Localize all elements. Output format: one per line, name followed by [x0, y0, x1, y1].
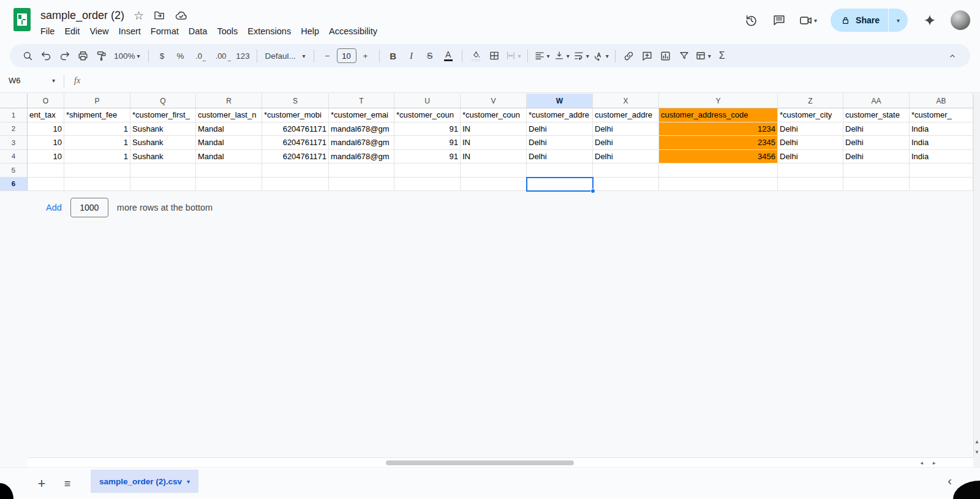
cell-Y6[interactable] [659, 178, 778, 192]
row-header-4[interactable]: 4 [0, 150, 28, 164]
decrease-decimal-button[interactable]: .0← [190, 47, 208, 64]
cell-T5[interactable] [329, 163, 394, 178]
column-header-Z[interactable]: Z [778, 94, 843, 108]
cell-U5[interactable] [394, 163, 461, 178]
cell-Q5[interactable] [130, 163, 196, 178]
cell-W6[interactable] [527, 178, 593, 192]
scroll-up-button[interactable]: ▲ [974, 439, 979, 445]
column-header-Y[interactable]: Y [659, 94, 778, 108]
star-icon[interactable]: ☆ [134, 10, 144, 21]
cell-AB2[interactable]: India [910, 122, 973, 137]
strikethrough-button[interactable]: S [421, 47, 439, 64]
column-header-T[interactable]: T [329, 94, 394, 108]
cell-Z3[interactable]: Delhi [778, 136, 843, 150]
insert-link-button[interactable] [620, 47, 638, 64]
zoom-select[interactable]: 100% ▾ [110, 47, 144, 64]
cell-AA4[interactable]: Delhi [843, 150, 910, 164]
cell-Y1[interactable]: customer_address_code [659, 108, 778, 122]
merge-cells-button[interactable]: ▾ [503, 47, 523, 64]
font-size-input[interactable]: 10 [337, 48, 356, 63]
cell-T3[interactable]: mandal678@gm [329, 136, 394, 150]
cell-P3[interactable]: 1 [64, 136, 130, 150]
cell-R3[interactable]: Mandal [196, 136, 262, 150]
version-history-button[interactable] [739, 8, 763, 32]
cell-Q6[interactable] [130, 178, 196, 192]
increase-font-size-button[interactable]: + [356, 47, 375, 64]
menu-view[interactable]: View [85, 25, 113, 37]
cell-O3[interactable]: 10 [28, 136, 64, 150]
cell-O2[interactable]: 10 [28, 122, 64, 137]
cell-S1[interactable]: *customer_mobi [262, 108, 329, 122]
column-header-O[interactable]: O [28, 94, 64, 108]
column-header-AB[interactable]: AB [910, 94, 973, 108]
column-header-V[interactable]: V [461, 94, 527, 108]
add-sheet-button[interactable]: + [31, 473, 53, 495]
vertical-scrollbar[interactable]: ▲ ▼ [973, 94, 980, 457]
cell-Y3[interactable]: 2345 [659, 136, 778, 150]
table-views-button[interactable]: ▾ [693, 47, 713, 64]
cell-X4[interactable]: Delhi [593, 150, 659, 164]
row-header-2[interactable]: 2 [0, 122, 28, 137]
menu-edit[interactable]: Edit [59, 25, 85, 37]
cell-R4[interactable]: Mandal [196, 150, 262, 164]
cell-AB6[interactable] [910, 178, 973, 192]
meet-join-button[interactable]: ▾ [795, 13, 821, 28]
select-all-corner[interactable] [0, 94, 28, 108]
undo-button[interactable] [37, 47, 55, 64]
column-header-U[interactable]: U [394, 94, 461, 108]
create-filter-button[interactable] [675, 47, 693, 64]
cell-S5[interactable] [262, 163, 329, 178]
cell-P5[interactable] [64, 163, 130, 178]
cell-AB3[interactable]: India [910, 136, 973, 150]
cell-R5[interactable] [196, 163, 262, 178]
vertical-align-button[interactable]: ▾ [552, 47, 571, 64]
more-formats-button[interactable]: 123 [234, 47, 252, 64]
row-header-6[interactable]: 6 [0, 178, 28, 192]
cell-V3[interactable]: IN [461, 136, 527, 150]
cell-P2[interactable]: 1 [64, 122, 130, 137]
increase-decimal-button[interactable]: .00→ [212, 47, 230, 64]
move-to-folder-icon[interactable] [153, 9, 165, 21]
column-header-W[interactable]: W [527, 94, 593, 108]
sheets-logo[interactable] [13, 8, 31, 31]
text-color-button[interactable]: A [439, 47, 458, 64]
bold-button[interactable]: B [384, 47, 402, 64]
cell-V4[interactable]: IN [461, 150, 527, 164]
cell-Z5[interactable] [778, 163, 843, 178]
text-rotation-button[interactable]: ▾ [591, 47, 611, 64]
menu-accessibility[interactable]: Accessibility [324, 25, 382, 37]
cell-O6[interactable] [28, 178, 64, 192]
cell-X2[interactable]: Delhi [593, 122, 659, 137]
cell-Q2[interactable]: Sushank [130, 122, 196, 137]
cell-AB4[interactable]: India [910, 150, 973, 164]
cell-U6[interactable] [394, 178, 461, 192]
cell-V1[interactable]: *customer_coun [461, 108, 527, 122]
cell-W2[interactable]: Delhi [527, 122, 593, 137]
cell-T1[interactable]: *customer_emai [329, 108, 394, 122]
expand-side-panel-icon[interactable]: ‹ [948, 474, 952, 488]
menu-format[interactable]: Format [146, 25, 184, 37]
add-rows-button[interactable]: Add [46, 203, 62, 212]
cell-S6[interactable] [262, 178, 329, 192]
insert-comment-button[interactable] [638, 47, 657, 64]
print-button[interactable] [74, 47, 92, 64]
cell-Q1[interactable]: *customer_first_ [130, 108, 196, 122]
cell-U1[interactable]: *customer_coun [394, 108, 461, 122]
row-header-3[interactable]: 3 [0, 136, 28, 150]
user-avatar[interactable] [951, 10, 970, 30]
column-header-S[interactable]: S [262, 94, 329, 108]
format-percent-button[interactable]: % [172, 47, 190, 64]
horizontal-align-button[interactable]: ▾ [532, 47, 552, 64]
cell-X6[interactable] [593, 178, 659, 192]
cell-S4[interactable]: 6204761171 [262, 150, 329, 164]
cell-O5[interactable] [28, 163, 64, 178]
cell-AA1[interactable]: customer_state [843, 108, 910, 122]
cell-O1[interactable]: ent_tax [28, 108, 64, 122]
cell-Z1[interactable]: *customer_city [778, 108, 843, 122]
cell-X1[interactable]: customer_addre [593, 108, 659, 122]
cell-Y5[interactable] [659, 163, 778, 178]
fill-color-button[interactable] [467, 47, 485, 64]
cell-T6[interactable] [329, 178, 394, 192]
cell-U3[interactable]: 91 [394, 136, 461, 150]
paint-format-button[interactable] [92, 47, 110, 64]
